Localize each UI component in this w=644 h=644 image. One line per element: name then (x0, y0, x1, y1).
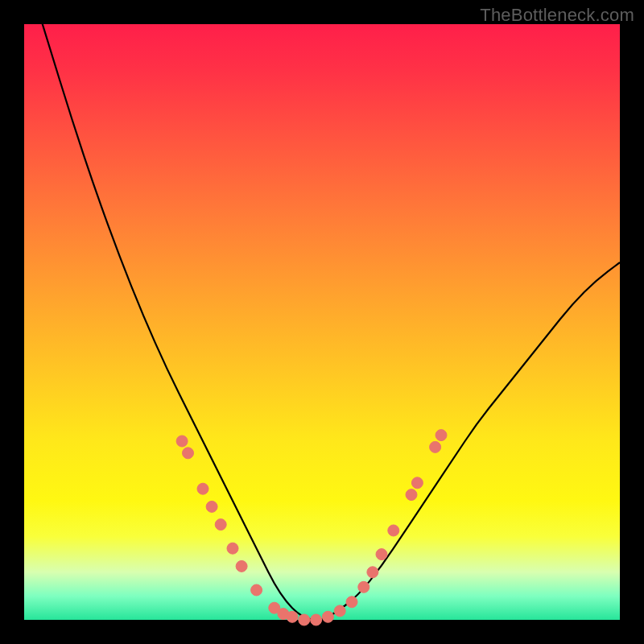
data-marker (251, 584, 262, 596)
data-marker (322, 611, 333, 622)
data-marker (358, 581, 369, 592)
data-marker (299, 614, 310, 625)
plot-area (24, 24, 620, 620)
data-marker (346, 597, 357, 608)
data-marker (436, 430, 447, 441)
data-marker (236, 560, 247, 572)
bottleneck-curve (24, 0, 620, 620)
marker-group (176, 430, 447, 625)
data-marker (376, 549, 387, 560)
data-marker (183, 448, 194, 459)
data-marker (215, 519, 226, 530)
data-marker (287, 611, 298, 622)
data-marker (388, 525, 399, 536)
data-marker (406, 489, 417, 501)
data-marker (227, 543, 238, 554)
data-marker (311, 614, 322, 625)
data-marker (411, 477, 423, 489)
data-marker (197, 483, 208, 494)
data-marker (430, 441, 441, 452)
attribution-label: TheBottleneck.com (480, 5, 634, 26)
data-marker (367, 567, 378, 578)
data-marker (206, 501, 217, 512)
data-marker (176, 436, 188, 447)
curve-svg (24, 24, 620, 620)
chart-frame: TheBottleneck.com (0, 0, 644, 644)
data-marker (334, 605, 345, 617)
